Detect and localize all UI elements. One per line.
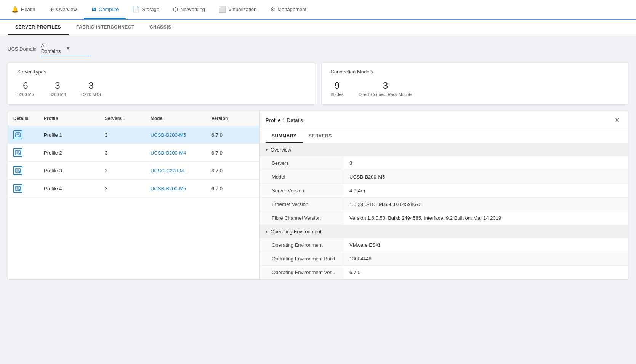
detail-row: Fibre Channel Version Version 1.6.0.50, …: [260, 211, 628, 225]
profile-icon: [13, 148, 22, 157]
stat-b200-m4-count: 3: [49, 81, 66, 91]
table-row[interactable]: Profile 3 3 UCSC-C220-M... 6.7.0: [8, 162, 259, 180]
detail-val: 4.0(4e): [343, 184, 628, 197]
domain-dropdown[interactable]: All Domains ▼: [41, 41, 91, 56]
storage-icon: 📄: [133, 6, 140, 13]
col-header-details: Details: [8, 111, 38, 126]
nav-label-storage: Storage: [142, 6, 160, 12]
tab-fabric-interconnect[interactable]: FABRIC INTERCONNECT: [69, 20, 142, 35]
row3-model: UCSC-C220-M...: [145, 164, 206, 178]
row3-servers: 3: [99, 164, 145, 178]
nav-label-compute: Compute: [99, 6, 119, 12]
section-os-header[interactable]: ▾ Operating Environment: [260, 225, 628, 238]
tab-server-profiles[interactable]: SERVER PROFILES: [8, 20, 69, 35]
table-row[interactable]: Profile 1 3 UCSB-B200-M5 6.7.0: [8, 126, 259, 144]
detail-key: Operating Environment: [260, 238, 343, 252]
chevron-down-icon: ▼: [66, 46, 88, 51]
row1-servers: 3: [99, 128, 145, 142]
row1-profile: Profile 1: [38, 128, 99, 142]
col-header-servers[interactable]: Servers ↓: [99, 111, 145, 126]
row1-details: [8, 126, 38, 144]
detail-val: 1.0.29.0-1OEM.650.0.0.4598673: [343, 198, 628, 211]
bell-icon: 🔔: [11, 6, 19, 13]
stats-row: Server Types 6 B200 M5 3 B200 M4 3 C220 …: [8, 62, 628, 105]
detail-key: Fibre Channel Version: [260, 211, 343, 225]
stat-b200-m5-count: 6: [17, 81, 34, 91]
server-types-items: 6 B200 M5 3 B200 M4 3 C220 M4S: [17, 81, 306, 97]
chevron-down-icon: ▾: [266, 148, 268, 152]
stat-c220-m4s-label: C220 M4S: [81, 92, 101, 97]
management-icon: ⚙: [270, 6, 275, 13]
profile-icon: [13, 184, 22, 193]
close-button[interactable]: ✕: [612, 116, 622, 125]
chevron-down-icon: ▾: [266, 230, 268, 234]
compute-icon: 🖥: [91, 6, 96, 13]
row2-servers: 3: [99, 146, 145, 160]
nav-label-health: Health: [21, 6, 35, 12]
section-overview-header[interactable]: ▾ Overview: [260, 143, 628, 156]
row1-version: 6.7.0: [206, 128, 259, 142]
stat-rack-mounts: 3 Direct-Connect Rack Mounts: [359, 81, 412, 97]
col-servers-label: Servers: [105, 116, 122, 121]
detail-row: Servers 3: [260, 156, 628, 170]
domain-selector: UCS Domain All Domains ▼: [8, 41, 628, 56]
nav-item-overview[interactable]: ⊞ Overview: [42, 1, 84, 19]
section-overview-label: Overview: [271, 147, 291, 153]
nav-item-management[interactable]: ⚙ Management: [263, 1, 313, 19]
detail-row: Operating Environment Ver... 6.7.0: [260, 266, 628, 279]
table-row[interactable]: Profile 2 3 UCSB-B200-M4 6.7.0: [8, 144, 259, 162]
detail-key: Ethernet Version: [260, 198, 343, 211]
connection-models-items: 9 Blades 3 Direct-Connect Rack Mounts: [331, 81, 619, 97]
top-navigation: 🔔 Health ⊞ Overview 🖥 Compute 📄 Storage …: [0, 0, 636, 20]
detail-title: Profile 1 Details: [266, 117, 303, 123]
detail-val: 3: [343, 156, 628, 170]
nav-label-overview: Overview: [56, 6, 77, 12]
nav-item-health[interactable]: 🔔 Health: [5, 1, 42, 19]
connection-models-title: Connection Models: [331, 69, 619, 75]
row2-profile: Profile 2: [38, 146, 99, 160]
row3-details: [8, 162, 38, 179]
table-row[interactable]: Profile 4 3 UCSB-B200-M5 6.7.0: [8, 180, 259, 198]
detail-tab-servers[interactable]: SERVERS: [303, 129, 338, 143]
detail-panel: Profile 1 Details ✕ SUMMARY SERVERS ▾ Ov…: [260, 111, 628, 279]
nav-item-virtualization[interactable]: ⬜ Virtualization: [212, 1, 263, 19]
row2-details: [8, 144, 38, 161]
detail-header: Profile 1 Details ✕: [260, 111, 628, 129]
stat-c220-m4s: 3 C220 M4S: [81, 81, 101, 97]
detail-row: Operating Environment VMware ESXi: [260, 238, 628, 252]
detail-key: Servers: [260, 156, 343, 170]
profiles-table: Details Profile Servers ↓ Model Version: [8, 111, 260, 279]
row4-model: UCSB-B200-M5: [145, 182, 206, 196]
row1-model: UCSB-B200-M5: [145, 128, 206, 142]
nav-label-networking: Networking: [180, 6, 205, 12]
tab-chassis[interactable]: CHASSIS: [142, 20, 179, 35]
detail-val: VMware ESXi: [343, 238, 628, 252]
row4-details: [8, 180, 38, 197]
row4-version: 6.7.0: [206, 182, 259, 196]
row3-profile: Profile 3: [38, 164, 99, 178]
nav-item-networking[interactable]: ⬡ Networking: [166, 1, 212, 19]
sort-down-icon: ↓: [123, 116, 125, 121]
domain-value: All Domains: [41, 43, 64, 54]
stat-c220-m4s-count: 3: [81, 81, 101, 91]
detail-tab-summary[interactable]: SUMMARY: [266, 129, 303, 143]
profile-icon: [13, 166, 22, 175]
detail-row: Server Version 4.0(4e): [260, 184, 628, 198]
nav-item-compute[interactable]: 🖥 Compute: [84, 1, 126, 19]
row2-version: 6.7.0: [206, 146, 259, 160]
server-types-title: Server Types: [17, 69, 306, 75]
col-header-profile: Profile: [38, 111, 99, 126]
detail-row: Operating Environment Build 13004448: [260, 252, 628, 266]
section-os-label: Operating Environment: [271, 229, 322, 235]
col-header-version: Version: [206, 111, 259, 126]
nav-item-storage[interactable]: 📄 Storage: [126, 1, 167, 19]
stat-b200-m5-label: B200 M5: [17, 92, 34, 97]
virtualization-icon: ⬜: [219, 6, 226, 13]
networking-icon: ⬡: [173, 6, 178, 13]
server-types-panel: Server Types 6 B200 M5 3 B200 M4 3 C220 …: [8, 62, 315, 105]
row2-model: UCSB-B200-M4: [145, 146, 206, 160]
col-header-model: Model: [145, 111, 206, 126]
stat-b200-m4: 3 B200 M4: [49, 81, 66, 97]
detail-row: Model UCSB-B200-M5: [260, 170, 628, 184]
detail-val: 13004448: [343, 252, 628, 265]
